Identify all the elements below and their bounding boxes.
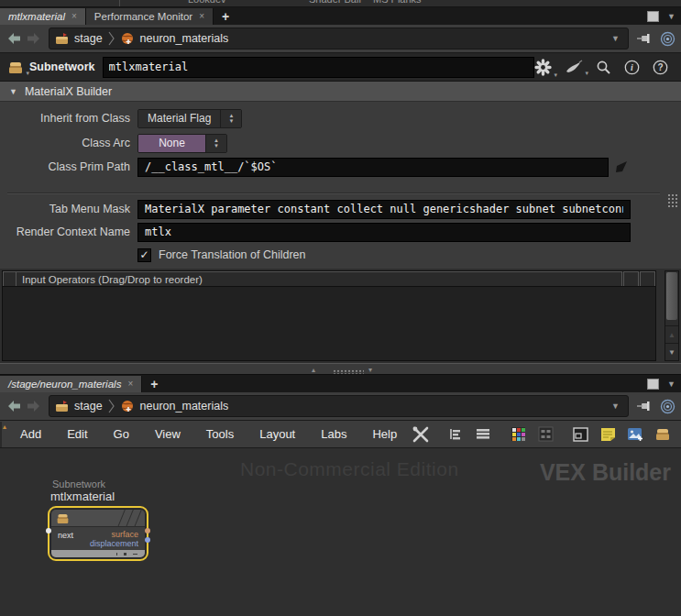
background-image-icon[interactable]	[627, 427, 643, 442]
path-segment-stage[interactable]: stage	[74, 32, 103, 45]
path-dropdown-icon[interactable]: ▼	[609, 34, 622, 43]
material-network-icon	[120, 400, 135, 413]
inherit-from-class-dropdown[interactable]: Material Flag ▲▼	[137, 109, 242, 128]
material-box-icon[interactable]	[654, 427, 671, 441]
link-target-icon[interactable]	[660, 399, 676, 414]
pane-menu-arrow-icon[interactable]: ▼	[667, 380, 676, 389]
menu-add[interactable]: Add	[7, 427, 54, 441]
node-flags-area[interactable]	[121, 510, 140, 527]
close-icon[interactable]: ×	[199, 12, 204, 21]
context-watermark: VEX Builder	[540, 459, 671, 486]
shape-palette-icon[interactable]	[538, 426, 554, 442]
menu-tools[interactable]: Tools	[193, 427, 247, 441]
new-tab-button[interactable]: +	[142, 376, 166, 392]
forward-arrow-icon[interactable]	[26, 400, 41, 412]
tab-performance-monitor[interactable]: Performance Monitor ×	[86, 8, 214, 25]
tools-wrench-icon[interactable]	[412, 426, 429, 443]
select-node-arrow-icon[interactable]	[614, 160, 629, 173]
network-path-field[interactable]: stage neuron_materials ▼	[49, 395, 629, 417]
menu-go[interactable]: Go	[101, 427, 142, 441]
io-header-col-cell[interactable]	[623, 271, 639, 286]
scroll-up-icon[interactable]: ▲	[665, 325, 678, 343]
close-icon[interactable]: ×	[127, 380, 133, 389]
node-state-bar[interactable]	[51, 550, 145, 557]
new-tab-button[interactable]: +	[214, 8, 237, 25]
brush-icon[interactable]	[565, 60, 583, 74]
node-output-surface-label: surface	[111, 530, 138, 539]
scroll-down-icon[interactable]: ▼	[665, 343, 678, 360]
menu-layout[interactable]: Layout	[247, 427, 308, 441]
pane-menu-arrow-icon[interactable]: ▼	[667, 12, 676, 21]
tab-menu-mask-input[interactable]	[137, 200, 631, 219]
node-name-caption[interactable]: mtlxmaterial	[50, 490, 167, 503]
io-header-stub-cell	[3, 271, 16, 286]
path-separator-icon	[108, 31, 115, 46]
gear-icon[interactable]	[534, 59, 552, 76]
menu-view[interactable]: View	[142, 427, 193, 441]
pin-icon[interactable]	[636, 32, 653, 45]
back-arrow-icon[interactable]	[6, 32, 22, 45]
back-arrow-icon[interactable]	[6, 400, 22, 412]
class-prim-path-input[interactable]	[137, 158, 609, 177]
menu-labs[interactable]: Labs	[308, 427, 359, 441]
handle-arrow-icon: ▲	[2, 424, 8, 430]
path-bar-parameters: stage neuron_materials ▼	[0, 25, 681, 53]
node-type-label: Subnetwork	[29, 60, 95, 73]
node-input-port[interactable]	[46, 528, 51, 534]
section-materialx-builder[interactable]: ▼ MaterialX Builder	[0, 82, 681, 102]
subnetwork-icon	[7, 60, 24, 74]
tab-stage-neuron-materials[interactable]: /stage/neuron_materials ×	[0, 376, 142, 392]
spinner-icon[interactable]: ▲▼	[221, 110, 241, 127]
pane-maximize-icon[interactable]	[647, 11, 659, 22]
path-segment-node[interactable]: neuron_materials	[140, 32, 229, 45]
pane-resize-grip[interactable]	[667, 193, 678, 208]
path-segment-stage[interactable]: stage	[74, 400, 103, 412]
tab-mtlxmaterial[interactable]: mtlxmaterial ×	[0, 8, 86, 25]
svg-text:?: ?	[657, 62, 663, 72]
node-title-band[interactable]	[51, 510, 145, 527]
gear-menu-arrow-icon[interactable]: ▾	[554, 72, 557, 79]
section-collapse-icon[interactable]: ▼	[9, 87, 17, 96]
color-palette-icon[interactable]	[511, 426, 526, 442]
info-icon[interactable]: i	[624, 60, 640, 75]
render-context-name-input[interactable]	[137, 223, 631, 242]
node-displacement-port[interactable]	[145, 537, 150, 543]
brush-menu-arrow-icon[interactable]: ▾	[585, 70, 588, 77]
menu-edit[interactable]: Edit	[54, 427, 100, 441]
list-view-icon[interactable]	[476, 427, 490, 442]
sticky-note-icon[interactable]	[600, 427, 616, 442]
subnetwork-icon	[56, 512, 70, 524]
node-mtlxmaterial[interactable]: Subnetwork mtlxmaterial	[48, 478, 167, 561]
pane-maximize-icon[interactable]	[647, 379, 659, 390]
menu-help[interactable]: Help	[359, 427, 410, 441]
io-scrollbar-thumb[interactable]	[666, 272, 677, 320]
node-type-dropdown-icon[interactable]: ▾	[26, 70, 29, 77]
io-header-col-cell[interactable]	[640, 271, 655, 286]
search-icon[interactable]	[596, 60, 611, 75]
layout-window-icon[interactable]	[573, 427, 588, 442]
tree-view-icon[interactable]	[448, 427, 463, 442]
forward-arrow-icon[interactable]	[26, 32, 41, 45]
node-type-caption: Subnetwork	[52, 478, 167, 490]
close-icon[interactable]: ×	[71, 12, 77, 21]
menubar-drag-handle[interactable]: ▲	[0, 422, 2, 447]
link-target-icon[interactable]	[660, 31, 676, 47]
material-network-icon	[120, 32, 135, 46]
network-path-field[interactable]: stage neuron_materials ▼	[49, 28, 629, 50]
pin-icon[interactable]	[636, 400, 653, 412]
io-scrollbar[interactable]: ▲ ▼	[665, 270, 679, 361]
spinner-icon[interactable]: ▲▼	[206, 135, 226, 152]
node-surface-port[interactable]	[145, 528, 150, 534]
node-name-input[interactable]	[103, 57, 534, 78]
path-segment-node[interactable]: neuron_materials	[140, 400, 229, 412]
path-dropdown-icon[interactable]: ▼	[609, 402, 622, 411]
help-icon[interactable]: ?	[653, 60, 668, 75]
force-translation-checkbox[interactable]: ✓	[137, 248, 151, 262]
pane-splitter[interactable]: ▴ ▾	[0, 363, 681, 374]
network-menubar: ▲ Add Edit Go View Tools Layout Labs Hel…	[0, 421, 681, 448]
class-arc-dropdown[interactable]: None ▲▼	[137, 134, 227, 153]
param-label-render-context-name: Render Context Name	[0, 226, 137, 238]
clipped-label: Lookdev	[188, 0, 226, 5]
node-body-selected[interactable]: next surface displacement	[48, 506, 148, 561]
network-editor-canvas[interactable]: Non-Commercial Edition VEX Builder Subne…	[0, 448, 681, 616]
